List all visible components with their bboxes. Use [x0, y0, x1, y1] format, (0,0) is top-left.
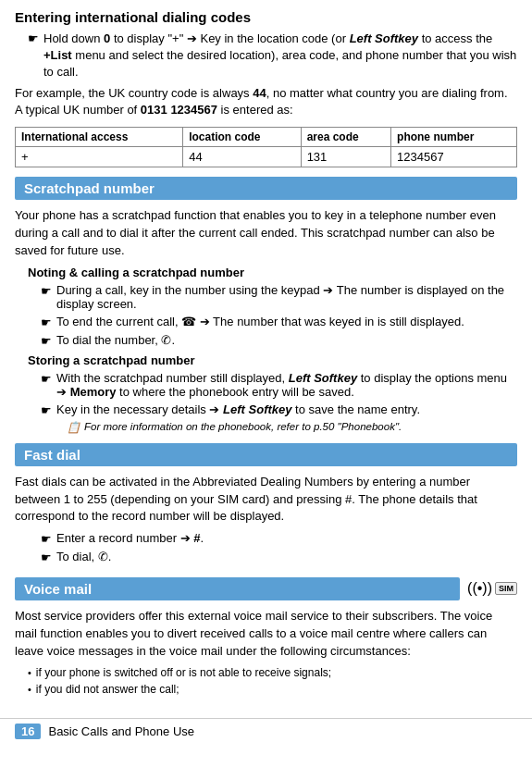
intro-bullet-1-text: Hold down 0 to display "+" ➔ Key in the … [43, 31, 517, 81]
example-text: For example, the UK country code is alwa… [15, 85, 517, 120]
footer-title: Basic Calls and Phone Use [48, 724, 194, 738]
noting-bullet-2: ☛ To end the current call, ☎ ➔ The numbe… [41, 315, 517, 329]
scratchpad-header: Scratchpad number [15, 177, 517, 200]
page-title: Entering international dialing codes [15, 9, 517, 25]
table-cell-location: 44 [183, 147, 301, 167]
table-header-international: International access [16, 128, 183, 147]
bullet-arrow-icon-5: ☛ [41, 372, 52, 399]
fast-dial-header: Fast dial [15, 443, 517, 466]
storing-bullet-2: ☛ Key in the necessary details ➔ Left So… [41, 402, 517, 417]
fast-dial-intro: Fast dials can be activated in the Abbre… [15, 474, 517, 526]
storing-bullet-1: ☛ With the scratchpad number still displ… [41, 371, 517, 399]
fast-dial-bullet-2-text: To dial, ✆. [56, 550, 111, 564]
bullet-arrow-icon-4: ☛ [41, 334, 52, 348]
fast-dial-bullet-2: ☛ To dial, ✆. [41, 550, 517, 564]
storing-bullet-2-text: Key in the necessary details ➔ Left Soft… [56, 402, 420, 417]
voice-mail-sub-bullet-1-text: if your phone is switched off or is not … [36, 666, 331, 679]
bullet-dot-1: • [28, 667, 31, 679]
table-header-location: location code [183, 128, 301, 147]
bullet-dot-2: • [28, 684, 31, 696]
voice-mail-sub-bullet-1: • if your phone is switched off or is no… [28, 666, 517, 679]
noting-bullet-1-text: During a call, key in the number using t… [56, 283, 517, 311]
table-cell-phone: 1234567 [391, 147, 517, 167]
voice-mail-sub-bullet-2: • if you did not answer the call; [28, 683, 517, 696]
noting-calling-heading: Noting & calling a scratchpad number [28, 266, 517, 279]
bullet-arrow-icon-2: ☛ [41, 284, 52, 311]
noting-bullet-2-text: To end the current call, ☎ ➔ The number … [56, 315, 464, 329]
table-row: + 44 131 1234567 [16, 147, 517, 167]
noting-bullet-3-text: To dial the number, ✆. [56, 333, 175, 348]
bullet-arrow-icon-6: ☛ [41, 403, 52, 417]
table-cell-international: + [16, 147, 183, 167]
scratchpad-intro: Your phone has a scratchpad function tha… [15, 207, 517, 260]
sim-icons-container: ((•)) SIM [467, 580, 517, 597]
bullet-arrow-icon-7: ☛ [41, 532, 52, 546]
noting-bullet-3: ☛ To dial the number, ✆. [41, 333, 517, 348]
phonebook-note: 📋 For more information on the phonebook,… [41, 421, 517, 434]
voice-mail-header: Voice mail [15, 577, 460, 600]
noting-bullet-1: ☛ During a call, key in the number using… [41, 283, 517, 311]
voice-mail-intro: Most service providers offer this extern… [15, 608, 517, 661]
storing-bullet-1-text: With the scratchpad number still display… [56, 371, 517, 399]
wifi-icon: ((•)) [467, 580, 492, 597]
dialing-table: International access location code area … [15, 127, 517, 167]
table-header-phone: phone number [391, 128, 517, 147]
bullet-arrow-icon-8: ☛ [41, 551, 52, 564]
bullet-arrow-icon: ☛ [28, 31, 39, 81]
storing-heading: Storing a scratchpad number [28, 353, 517, 367]
footer: 16 Basic Calls and Phone Use [0, 718, 532, 744]
voice-mail-sub-bullet-2-text: if you did not answer the call; [36, 683, 179, 696]
sim-badge: SIM [495, 582, 517, 595]
table-header-area: area code [301, 128, 390, 147]
intro-bullet-1: ☛ Hold down 0 to display "+" ➔ Key in th… [28, 31, 517, 81]
footer-page-number: 16 [15, 724, 41, 739]
bullet-arrow-icon-3: ☛ [41, 315, 52, 329]
phonebook-note-text: For more information on the phonebook, r… [84, 421, 402, 432]
fast-dial-bullet-1: ☛ Enter a record number ➔ #. [41, 531, 517, 546]
note-icon: 📋 [67, 421, 80, 434]
table-cell-area: 131 [301, 147, 390, 167]
fast-dial-bullet-1-text: Enter a record number ➔ #. [56, 531, 204, 546]
